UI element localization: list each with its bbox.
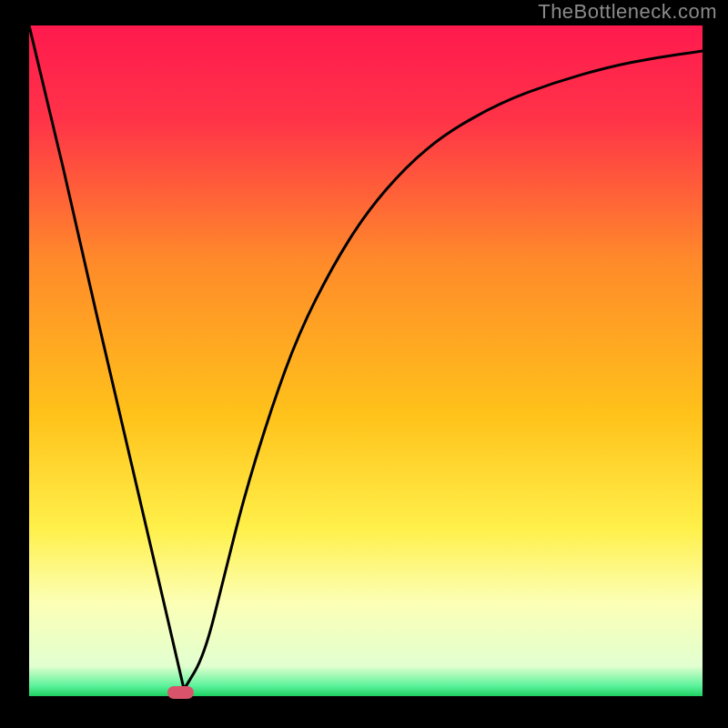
chart-container: TheBottleneck.com (0, 0, 728, 728)
watermark-label: TheBottleneck.com (538, 0, 717, 24)
minimum-marker (167, 686, 195, 699)
plot-area (29, 25, 703, 696)
curve-svg (29, 25, 703, 696)
bottleneck-curve-path (29, 25, 703, 690)
